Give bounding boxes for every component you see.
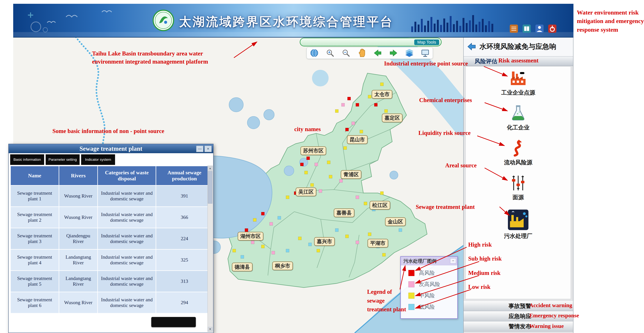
risk-marker[interactable] — [329, 175, 332, 178]
risk-marker[interactable] — [261, 245, 264, 248]
panel-title: 水环境风险减免与应急响 — [480, 42, 556, 51]
tab-parameter-setting[interactable]: Parameter setting — [46, 154, 80, 165]
risk-marker[interactable] — [306, 156, 310, 160]
risk-marker[interactable] — [399, 228, 402, 232]
back-arrow-icon[interactable] — [373, 48, 382, 58]
risk-marker[interactable] — [344, 146, 347, 150]
grid-icon[interactable] — [509, 24, 519, 34]
risk-marker[interactable] — [298, 237, 302, 240]
table-cell: Industrial waste water and domestic sewa… — [98, 271, 156, 292]
risk-marker[interactable] — [327, 161, 330, 164]
panel-section-2[interactable]: 应急响应 — [464, 311, 573, 321]
legend-close-button[interactable]: – — [450, 258, 456, 264]
scroll-up-icon[interactable]: ▲ — [208, 166, 212, 171]
risk-marker[interactable] — [368, 233, 371, 236]
platform-title: 太湖流域跨界区水环境综合管理平台 — [179, 14, 394, 30]
layers-icon[interactable] — [405, 48, 414, 58]
panel-section-1[interactable]: 事故预警 — [464, 301, 573, 311]
zoom-out-icon[interactable] — [342, 48, 350, 58]
screen-icon[interactable] — [421, 48, 430, 58]
column-header: Name — [11, 166, 59, 185]
risk-marker[interactable] — [356, 196, 359, 199]
panel-tool-1[interactable]: 工业企业点源 — [501, 69, 535, 96]
tab-basic-information[interactable]: Basic information — [10, 154, 44, 165]
risk-marker[interactable] — [382, 253, 386, 256]
table-row[interactable]: Sewage treatment plant 1Wusong RiverIndu… — [11, 186, 212, 206]
risk-marker[interactable] — [348, 175, 351, 178]
risk-marker[interactable] — [304, 171, 308, 174]
globe-icon[interactable] — [310, 48, 319, 58]
forward-arrow-icon[interactable] — [389, 48, 398, 58]
risk-marker[interactable] — [270, 222, 273, 226]
table-row[interactable]: Sewage treatment plant 5Landangtang Rive… — [11, 271, 212, 292]
risk-marker[interactable] — [374, 103, 378, 106]
risk-marker[interactable] — [372, 208, 376, 211]
risk-marker[interactable] — [300, 163, 304, 166]
risk-marker[interactable] — [356, 241, 359, 244]
risk-marker[interactable] — [346, 235, 348, 238]
risk-marker[interactable] — [251, 241, 254, 244]
table-row[interactable]: Sewage treatment plant 3Qiandengpu River… — [11, 228, 212, 249]
window-footer-button[interactable] — [151, 317, 196, 327]
risk-marker[interactable] — [360, 130, 363, 133]
risk-marker[interactable] — [376, 245, 380, 248]
risk-marker[interactable] — [294, 192, 297, 195]
risk-marker[interactable] — [272, 251, 275, 254]
power-icon[interactable] — [548, 24, 557, 34]
table-row[interactable]: Sewage treatment plant 6Wusong RiverIndu… — [11, 292, 212, 313]
scroll-thumb[interactable] — [208, 171, 212, 204]
table-row[interactable]: Sewage treatment plant 2Wusong RiverIndu… — [11, 207, 212, 228]
risk-marker[interactable] — [241, 255, 244, 258]
table-row[interactable]: Sewage treatment plant 4Landangtang Rive… — [11, 250, 212, 270]
risk-marker[interactable] — [315, 163, 318, 166]
risk-marker[interactable] — [380, 83, 384, 86]
panel-tool-3[interactable]: 流动风险源 — [501, 139, 535, 166]
risk-marker[interactable] — [380, 192, 384, 195]
risk-marker[interactable] — [245, 228, 248, 232]
tab-indicator-system[interactable]: Indicator system — [81, 154, 115, 165]
risk-marker[interactable] — [346, 128, 348, 131]
pan-icon[interactable] — [357, 48, 366, 58]
risk-marker[interactable] — [368, 95, 371, 98]
risk-marker[interactable] — [391, 222, 394, 226]
risk-marker[interactable] — [342, 103, 345, 106]
panel-tool-4[interactable]: 面源 — [501, 174, 535, 201]
risk-marker[interactable] — [286, 196, 289, 199]
risk-marker[interactable] — [348, 97, 351, 100]
risk-marker[interactable] — [238, 235, 242, 238]
risk-marker[interactable] — [384, 110, 388, 113]
scroll-down-icon[interactable]: ▼ — [208, 327, 212, 332]
risk-marker[interactable] — [253, 218, 256, 222]
panel-back-arrow-icon[interactable] — [466, 42, 477, 51]
risk-marker[interactable] — [308, 243, 312, 246]
risk-marker[interactable] — [286, 249, 289, 252]
close-button[interactable]: × — [204, 146, 212, 152]
minimize-button[interactable]: — — [196, 146, 203, 152]
legend-header[interactable]: 污水处理厂图例 – — [401, 257, 457, 265]
window-titlebar[interactable]: Sewage treatment plant — × — [9, 144, 213, 153]
zoom-in-icon[interactable] — [326, 48, 335, 58]
risk-marker[interactable] — [364, 202, 367, 205]
risk-marker[interactable] — [310, 184, 314, 186]
panel-tool-5[interactable]: 污水处理厂 — [501, 209, 535, 240]
risk-marker[interactable] — [339, 179, 342, 182]
panel-tool-2[interactable]: 化工企业 — [501, 104, 535, 132]
risk-marker[interactable] — [335, 110, 338, 113]
map-tools-label[interactable]: Map Tools — [414, 40, 439, 45]
risk-marker[interactable] — [356, 103, 359, 106]
risk-marker[interactable] — [319, 190, 322, 193]
user-icon[interactable] — [534, 24, 544, 34]
risk-assessment-section[interactable]: 风险评估 — [464, 56, 573, 66]
risk-marker[interactable] — [350, 140, 353, 144]
table-cell: Landangtang River — [59, 250, 98, 270]
risk-marker[interactable] — [317, 249, 320, 252]
table-scrollbar[interactable]: ▲ ▼ — [208, 166, 213, 332]
risk-marker[interactable] — [278, 216, 281, 220]
book-icon[interactable] — [522, 24, 532, 34]
sewage-table: NameRiversCategories of waste disposalAn… — [10, 166, 213, 314]
risk-marker[interactable] — [335, 228, 338, 232]
risk-marker[interactable] — [232, 249, 236, 252]
risk-marker[interactable] — [261, 212, 264, 215]
panel-section-3[interactable]: 警情发布 — [464, 321, 573, 332]
risk-marker[interactable] — [352, 122, 355, 125]
